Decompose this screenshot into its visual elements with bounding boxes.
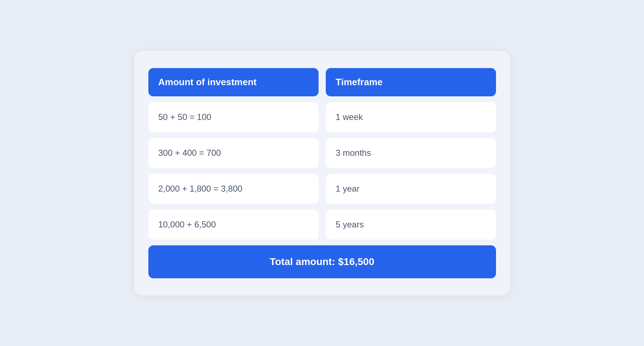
table-row: 2,000 + 1,800 = 3,800 1 year: [148, 174, 496, 204]
timeframe-cell-1: 3 months: [326, 138, 496, 168]
timeframe-cell-0: 1 week: [326, 102, 496, 132]
table-row: 10,000 + 6,500 5 years: [148, 210, 496, 240]
total-footer: Total amount: $16,500: [148, 245, 496, 278]
table-header-row: Amount of investment Timeframe: [148, 68, 496, 96]
table-row: 50 + 50 = 100 1 week: [148, 102, 496, 132]
investment-table: Amount of investment Timeframe 50 + 50 =…: [148, 68, 496, 278]
table-row: 300 + 400 = 700 3 months: [148, 138, 496, 168]
investment-cell-2: 2,000 + 1,800 = 3,800: [148, 174, 319, 204]
table-body: 50 + 50 = 100 1 week 300 + 400 = 700 3 m…: [148, 102, 496, 240]
investment-cell-3: 10,000 + 6,500: [148, 210, 319, 240]
investment-header: Amount of investment: [148, 68, 319, 96]
investment-cell-0: 50 + 50 = 100: [148, 102, 319, 132]
total-amount-cell: Total amount: $16,500: [148, 245, 496, 278]
timeframe-cell-3: 5 years: [326, 210, 496, 240]
investment-cell-1: 300 + 400 = 700: [148, 138, 319, 168]
investment-card: Amount of investment Timeframe 50 + 50 =…: [134, 51, 510, 295]
timeframe-header: Timeframe: [326, 68, 496, 96]
timeframe-cell-2: 1 year: [326, 174, 496, 204]
